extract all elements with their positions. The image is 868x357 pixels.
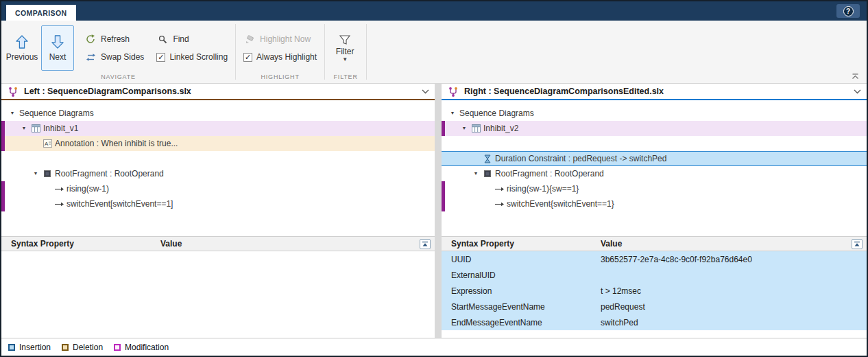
property-name: UUID xyxy=(442,255,601,264)
legend-deletion: Deletion xyxy=(62,343,103,352)
left-property-table xyxy=(1,251,435,338)
tree-item-label: RootFragment : RootOperand xyxy=(494,166,604,181)
dropdown-arrow-icon: ▼ xyxy=(342,58,348,62)
highlight-now-label: Highlight Now xyxy=(260,34,311,44)
expander-icon[interactable]: ▼ xyxy=(470,166,481,181)
tree-item-label: RootFragment : RootOperand xyxy=(53,166,164,181)
expander-icon[interactable]: ▼ xyxy=(447,106,458,121)
fragment-icon xyxy=(481,170,494,178)
tree-item-label: Annotation : When inhibit is true... xyxy=(53,136,178,151)
previous-button[interactable]: Previous xyxy=(5,25,38,71)
filter-label: Filter xyxy=(336,47,354,56)
change-marker xyxy=(442,181,445,196)
next-label: Next xyxy=(49,52,67,62)
sequence-diagram-icon xyxy=(29,124,42,133)
property-name: Expression xyxy=(442,286,601,296)
tree-item-rising[interactable]: rising(sw-1){sw==1} xyxy=(442,181,867,196)
refresh-button[interactable]: Refresh xyxy=(82,32,146,47)
property-value: switchPed xyxy=(601,318,867,327)
tree-item-annotation[interactable]: AAnnotation : When inhibit is true... xyxy=(1,136,435,151)
filter-group: Filter ▼ FILTER xyxy=(325,21,366,83)
funnel-icon xyxy=(339,35,351,45)
find-button[interactable]: Find xyxy=(154,32,230,47)
tree-item-label: switchEvent{switchEvent==1} xyxy=(505,196,614,211)
tree-item-sequence-diagrams[interactable]: ▼Sequence Diagrams xyxy=(1,106,435,121)
highlight-now-button[interactable]: Highlight Now xyxy=(241,32,319,47)
compare-branch-icon xyxy=(7,87,19,97)
tree-item-rising[interactable]: rising(sw-1) xyxy=(1,181,435,196)
expander-icon[interactable]: ▼ xyxy=(7,106,18,121)
left-property-header: Syntax Property Value xyxy=(1,236,435,251)
property-name: StartMessageEventName xyxy=(442,302,601,312)
tree-item-inhibit-v1[interactable]: ▼Inhibit_v1 xyxy=(1,121,435,136)
legend-deletion-label: Deletion xyxy=(73,343,103,352)
deletion-color-swatch xyxy=(62,344,69,351)
property-row[interactable]: StartMessageEventNamepedRequest xyxy=(442,299,867,314)
collapse-properties-button[interactable] xyxy=(852,239,863,249)
message-arrow-icon xyxy=(53,186,65,192)
value-column-header: Value xyxy=(601,239,867,249)
chevron-down-icon xyxy=(422,89,429,94)
swap-sides-button[interactable]: Swap Sides xyxy=(82,49,146,65)
chevron-up-icon xyxy=(852,73,859,80)
collapse-up-icon xyxy=(854,241,860,247)
swap-arrows-icon xyxy=(84,53,97,62)
legend-modification: Modification xyxy=(114,343,169,352)
change-marker xyxy=(1,181,5,196)
linked-scrolling-label: Linked Scrolling xyxy=(169,52,228,62)
help-button[interactable]: ? xyxy=(836,4,860,18)
left-file-label: Left : SequenceDiagramComparisons.slx xyxy=(24,87,191,96)
collapse-ribbon-button[interactable] xyxy=(849,71,861,81)
comparison-tool-window: COMPARISON ? Previous Next xyxy=(0,0,868,357)
left-file-selector[interactable]: Left : SequenceDiagramComparisons.slx xyxy=(1,84,435,100)
toolbar: Previous Next Refresh xyxy=(1,21,867,84)
tree-item-switchevent[interactable]: switchEvent{switchEvent==1} xyxy=(442,196,867,211)
right-file-selector[interactable]: Right : SequenceDiagramComparisonsEdited… xyxy=(442,84,867,100)
modification-color-swatch xyxy=(114,344,121,351)
collapse-properties-button[interactable] xyxy=(420,239,431,249)
next-button[interactable]: Next xyxy=(41,25,74,71)
tree-item-rootfragment[interactable]: ▼RootFragment : RootOperand xyxy=(442,166,867,181)
sequence-diagram-icon xyxy=(470,124,482,133)
right-property-table: UUID3b652577-2e7a-4c8c-9c0f-f92ba76d64e0… xyxy=(442,251,867,338)
magnifier-icon xyxy=(156,35,169,44)
always-highlight-checkbox[interactable]: Always Highlight xyxy=(241,49,319,65)
tree-item-label: rising(sw-1) xyxy=(65,181,109,196)
property-row[interactable]: ExternalUID xyxy=(442,267,867,283)
navigate-group: Previous Next Refresh xyxy=(1,21,235,83)
tree-item-duration-constraint[interactable]: Duration Constraint : pedRequest -> swit… xyxy=(442,151,867,166)
tree-spacer-row xyxy=(442,136,867,151)
expander-icon[interactable]: ▼ xyxy=(19,121,29,136)
right-property-header: Syntax Property Value xyxy=(442,236,867,251)
property-name: EndMessageEventName xyxy=(442,318,601,327)
property-row[interactable]: UUID3b652577-2e7a-4c8c-9c0f-f92ba76d64e0 xyxy=(442,251,867,267)
tree-item-label: Inhibit_v1 xyxy=(42,121,78,136)
checkbox-icon xyxy=(156,53,165,62)
chevron-down-icon xyxy=(854,89,861,94)
linked-scrolling-checkbox[interactable]: Linked Scrolling xyxy=(154,49,230,65)
panel-splitter[interactable] xyxy=(435,84,442,338)
message-arrow-icon xyxy=(493,186,505,192)
expander-icon[interactable]: ▼ xyxy=(459,121,470,136)
compare-branch-icon xyxy=(447,87,459,97)
highlighter-icon xyxy=(243,35,256,44)
tree-item-inhibit-v2[interactable]: ▼Inhibit_v2 xyxy=(442,121,867,136)
property-row[interactable]: EndMessageEventNameswitchPed xyxy=(442,314,867,330)
tree-item-switchevent[interactable]: switchEvent[switchEvent==1] xyxy=(1,196,435,211)
tab-comparison[interactable]: COMPARISON xyxy=(6,5,76,21)
svg-text:A: A xyxy=(45,141,49,147)
change-marker xyxy=(1,196,5,211)
always-highlight-label: Always Highlight xyxy=(256,52,317,62)
tree-item-sequence-diagrams[interactable]: ▼Sequence Diagrams xyxy=(442,106,867,121)
refresh-icon xyxy=(84,34,97,44)
change-marker xyxy=(1,136,5,151)
tree-item-rootfragment[interactable]: ▼RootFragment : RootOperand xyxy=(1,166,435,181)
filter-button[interactable]: Filter ▼ xyxy=(329,25,361,71)
property-column-header: Syntax Property xyxy=(1,239,160,249)
property-row[interactable]: Expressiont > 12msec xyxy=(442,283,867,299)
expander-icon[interactable]: ▼ xyxy=(30,166,41,181)
legend-modification-label: Modification xyxy=(125,343,169,352)
tree-item-label: Duration Constraint : pedRequest -> swit… xyxy=(494,152,666,165)
toolbar-separator xyxy=(366,24,367,80)
navigate-section-label: NAVIGATE xyxy=(1,73,235,83)
